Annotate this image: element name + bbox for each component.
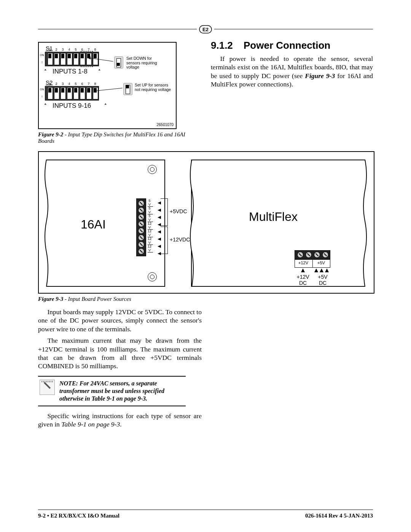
- wavy-edge-icon: [43, 160, 49, 287]
- two-column-layout: S1 ON ↑ 12345678 ˄ ˄ INPUTS 1-8 S2 ON ↑ …: [38, 38, 373, 150]
- inputs-9-16-label: INPUTS 9-16: [53, 102, 91, 110]
- arrow-left-icon: [158, 201, 161, 204]
- label-12vdc: +12VDC: [170, 236, 190, 243]
- dip-switch-s2: ON ↑ 12345678: [45, 86, 99, 101]
- terminal-block-16ai: [136, 198, 146, 256]
- arrow-up-icon: [301, 268, 305, 272]
- para-specific-wiring: Specific wiring instructions for each ty…: [38, 412, 202, 429]
- section-heading: 9.1.2Power Connection: [211, 40, 373, 51]
- wavy-edge-icon: [362, 160, 368, 287]
- bracket-12v: [161, 227, 168, 254]
- dip-demo-down: [114, 56, 123, 69]
- arrow-left-icon: [158, 245, 161, 248]
- part-number: 26501070: [157, 123, 174, 127]
- arrow-left-icon: [158, 230, 161, 233]
- arrowhead-icon: [88, 56, 91, 59]
- figure-9-3-diagram: 16AI 5V5V5V12V12V12V12V +5VDC +12VDC Mul…: [38, 151, 374, 294]
- right-column: 9.1.2Power Connection If power is needed…: [211, 38, 373, 150]
- figure-9-2-diagram: S1 ON ↑ 12345678 ˄ ˄ INPUTS 1-8 S2 ON ↑ …: [38, 42, 177, 129]
- arrowhead-icon: [94, 89, 97, 92]
- note-set-down: Set DOWN for sensors requiring voltage: [126, 56, 164, 70]
- wavy-edge-icon: [189, 160, 195, 287]
- dip-demo-up: [123, 83, 132, 95]
- note-text: NOTE: For 24VAC sensors, a separate tran…: [59, 380, 184, 403]
- arrow-up-icon: [325, 268, 329, 272]
- bracket-5v: [161, 198, 168, 226]
- board-title-16ai: 16AI: [81, 217, 106, 232]
- arrow-left-icon: [158, 216, 161, 219]
- up-arrow-icon: ↑: [41, 60, 43, 64]
- terminal-block-multiflex: [295, 250, 330, 259]
- footer-left: 9-2 • E2 RX/BX/CX I&O Manual: [38, 513, 119, 519]
- arrow-up-icon: [314, 268, 318, 272]
- manual-page: E2 S1 ON ↑ 12345678 ˄ ˄ INPUTS 1-8 S2 O: [0, 0, 411, 532]
- note-box: NOTE: For 24VAC sensors, a separate tran…: [38, 376, 186, 406]
- on-label: ON: [40, 54, 44, 56]
- footer-right: 026-1614 Rev 4 5-JAN-2013: [305, 513, 373, 519]
- para-input-boards: Input boards may supply 12VDC or 5VDC. T…: [38, 308, 202, 333]
- on-label: ON: [40, 88, 44, 91]
- up-arrow-icon: ↑: [41, 94, 43, 99]
- screw-hole-icon: [148, 165, 157, 174]
- para-max-current: The maximum current that may be drawn fr…: [38, 336, 202, 371]
- screw-hole-icon: [148, 272, 157, 281]
- board-multiflex: MultiFlex +12V +5V +12V DC +5V DC: [191, 160, 365, 287]
- inputs-1-8-label: INPUTS 1-8: [53, 68, 88, 75]
- board-title-multiflex: MultiFlex: [249, 210, 298, 224]
- rule-bottom: [38, 510, 373, 510]
- label-5vdc: +5V DC: [314, 274, 331, 286]
- page-footer: 9-2 • E2 RX/BX/CX I&O Manual 026-1614 Re…: [38, 513, 373, 519]
- arrow-left-icon: [158, 223, 161, 226]
- notepad-icon: [40, 380, 55, 395]
- caret-icon: ˄: [44, 103, 47, 109]
- label-12vdc: +12V DC: [294, 274, 312, 286]
- figure-9-2-caption: Figure 9-2 - Input Type Dip Switches for…: [38, 131, 200, 144]
- note-set-up: Set UP for sensors not requiring voltage: [135, 83, 173, 92]
- label-plus5v: +5V: [314, 260, 329, 265]
- label-5vdc: +5VDC: [170, 208, 187, 214]
- arrow-left-icon: [158, 252, 161, 255]
- arrow-left-icon: [158, 238, 161, 241]
- label-plus12v: +12V: [296, 260, 311, 265]
- caret-icon: ˄: [104, 103, 107, 109]
- board-16ai: 16AI 5V5V5V12V12V12V12V: [46, 160, 165, 287]
- caret-icon: ˄: [98, 69, 101, 74]
- caret-icon: ˄: [44, 69, 47, 74]
- arrow-left-icon: [158, 209, 161, 212]
- arrow-up-icon: [320, 268, 323, 272]
- power-paragraph: If power is needed to operate the sensor…: [211, 54, 373, 89]
- left-column: S1 ON ↑ 12345678 ˄ ˄ INPUTS 1-8 S2 ON ↑ …: [38, 38, 200, 150]
- bottom-text-column: Input boards may supply 12VDC or 5VDC. T…: [38, 308, 202, 429]
- svg-text:E2: E2: [202, 27, 209, 32]
- leader-line: [96, 88, 123, 91]
- figure-9-3-caption: Figure 9-3 - Input Board Power Sources: [38, 296, 373, 302]
- dip-switch-s1: ON ↑ 12345678: [45, 52, 99, 66]
- e2-logo: E2: [197, 25, 214, 35]
